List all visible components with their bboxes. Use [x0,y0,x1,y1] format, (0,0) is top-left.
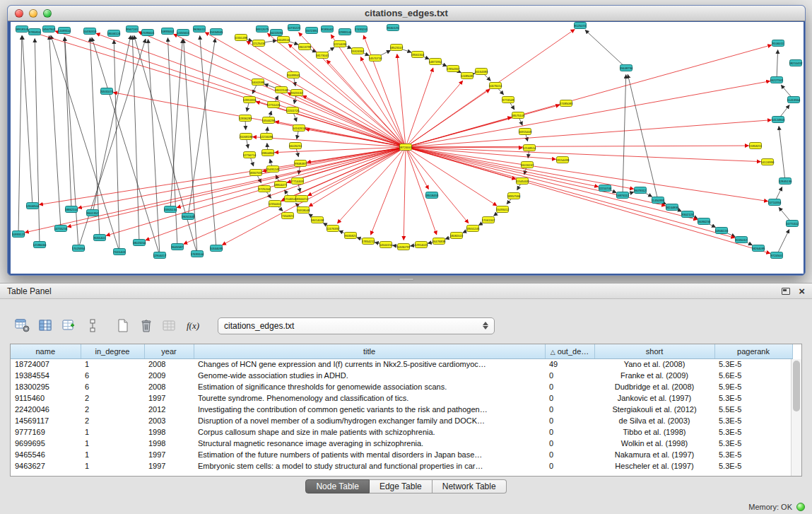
graph-node[interactable]: 16649100 [277,37,290,43]
graph-node[interactable]: 17095601 [141,30,155,36]
table-cell[interactable]: 1 [81,426,144,438]
table-cell[interactable]: 5.9E-5 [714,381,792,392]
graph-node[interactable]: 16026251 [289,143,302,149]
graph-node[interactable]: 14567902 [42,26,56,33]
table-cell[interactable]: Tibbo et al. (1998) [594,426,714,438]
graph-node[interactable]: 17854212 [362,238,375,245]
graph-node[interactable]: 9245012 [736,237,748,243]
table-cell[interactable]: Tourette syndrome. Phenomenology and cla… [194,392,545,404]
table-cell[interactable]: Embryonic stem cells: a model to study s… [194,460,545,472]
graph-node[interactable]: 12751420 [267,102,281,108]
graph-node[interactable]: 14002086 [252,79,265,86]
table-cell[interactable]: 2 [81,392,144,404]
table-cell[interactable]: 2012 [144,404,194,415]
table-cell[interactable]: 0 [545,370,594,381]
tab-network-table[interactable]: Network Table [433,479,507,493]
graph-node[interactable]: 17061307 [482,217,495,223]
graph-node[interactable]: 12210744 [599,185,612,192]
graph-node[interactable]: 10731221 [288,25,301,31]
graph-node[interactable]: 18023204 [133,240,146,246]
graph-node[interactable]: 12485083 [461,73,474,79]
table-cell[interactable]: Stergiakouli et al. (2012) [594,404,714,415]
table-cell[interactable]: 0 [545,392,594,404]
graph-node[interactable]: 12455611 [177,30,190,36]
table-cell[interactable]: 1997 [144,392,194,404]
table-cell[interactable]: 1998 [144,438,194,449]
graph-node[interactable]: 12201720 [286,107,300,114]
table-cell[interactable]: 0 [545,449,594,460]
table-row[interactable]: 969969511998Structural magnetic resonanc… [11,438,792,449]
graph-node[interactable]: 9785816 [29,29,41,35]
graph-node[interactable]: 11450993 [652,197,665,204]
graph-node[interactable]: 18422106 [275,87,288,93]
graph-node[interactable]: 20068186 [240,134,253,140]
graph-node[interactable]: 12099114 [58,28,71,34]
table-cell[interactable]: 6 [81,370,144,381]
graph-node[interactable]: 17485083 [560,100,573,107]
table-cell[interactable]: Jankovic et al. (1997) [594,392,714,404]
graph-node[interactable]: 20099943 [287,72,300,78]
table-cell[interactable]: 2003 [144,415,194,426]
table-cell[interactable]: 2008 [144,381,194,392]
table-cell[interactable]: Hescheler et al. (1997) [594,460,714,472]
graph-node[interactable]: 10344095 [210,245,223,252]
graph-node[interactable]: 14871954 [429,59,442,65]
graph-node[interactable]: 15918048 [297,207,310,214]
column-header-out_degree[interactable]: △out_de… [545,344,594,358]
graph-node[interactable]: 12836281 [239,115,252,122]
table-scrollbar[interactable] [791,359,801,476]
graph-node[interactable]: 10590797 [397,244,411,250]
graph-node[interactable]: 18264095 [752,245,765,252]
close-window-button[interactable] [15,9,23,18]
graph-node[interactable]: 19561304 [411,52,425,58]
graph-node[interactable]: 16164383 [475,69,488,75]
graph-node[interactable]: 10710354 [768,199,782,206]
float-panel-icon[interactable] [782,288,790,295]
graph-node[interactable]: 11413554 [787,97,801,103]
table-cell[interactable]: 2009 [144,370,194,381]
table-row[interactable]: 1456911722003Disruption of a novel membe… [11,415,792,426]
graph-node[interactable]: 18724007 [399,144,413,151]
table-cell[interactable]: 2008 [144,358,194,370]
graph-node[interactable]: 20531074 [100,88,114,95]
table-cell[interactable]: 5.3E-5 [714,415,792,426]
table-cell[interactable]: 5.6E-5 [714,370,792,381]
table-cell[interactable]: Disruption of a novel member of a sodium… [194,415,545,426]
table-cell[interactable]: 2 [81,415,144,426]
graph-node[interactable]: 12845130 [779,178,792,185]
graph-node[interactable]: 12186060 [33,242,47,248]
graph-node[interactable]: 17693104 [191,251,204,257]
table-cell[interactable]: 18300295 [11,381,81,392]
graph-node[interactable]: 10676014 [489,83,502,89]
graph-node[interactable]: 18173041 [316,52,329,59]
graph-node[interactable]: 12354401 [269,201,282,207]
graph-node[interactable]: 7654821 [282,213,294,219]
graph-node[interactable]: 19448794 [620,65,633,71]
graph-node[interactable]: 9567241 [126,26,139,33]
table-row[interactable]: 1872400712008Changes of HCN gene express… [11,358,792,370]
table-cell[interactable]: de Silva et al. (2003) [594,415,714,426]
graph-node[interactable]: 17025954 [72,245,86,252]
graph-node[interactable]: 18804471 [274,182,288,188]
table-row[interactable]: 946362711997Embryonic stem cells: a mode… [11,460,792,472]
scrollbar-thumb[interactable] [793,361,800,411]
table-cell[interactable]: Changes of HCN gene expression and I(f) … [194,358,545,370]
graph-node[interactable]: 12756714 [243,152,257,158]
graph-node[interactable]: 8183042 [322,26,334,33]
graph-node[interactable]: 10946133 [715,228,729,234]
graph-node[interactable]: 12904417 [153,252,167,259]
graph-node[interactable]: 14544290 [262,117,276,124]
graph-node[interactable]: 8125074 [575,23,587,29]
table-cell[interactable]: 0 [545,426,594,438]
table-cell[interactable]: 1 [81,358,144,370]
graph-node[interactable]: 14124990 [761,159,775,165]
graph-node[interactable]: 14124903 [772,117,785,123]
table-row[interactable]: 946554611997Estimation of the future num… [11,449,792,460]
table-cell[interactable]: 1997 [144,460,194,472]
graph-node[interactable]: 15334565 [210,29,223,35]
edit-table-button[interactable] [59,316,79,335]
table-cell[interactable]: 1 [81,460,144,472]
graph-node[interactable]: 18006124 [107,30,121,37]
table-cell[interactable]: Nakamura et al. (1997) [594,449,714,460]
table-cell[interactable]: Structural magnetic resonance image aver… [194,438,545,449]
